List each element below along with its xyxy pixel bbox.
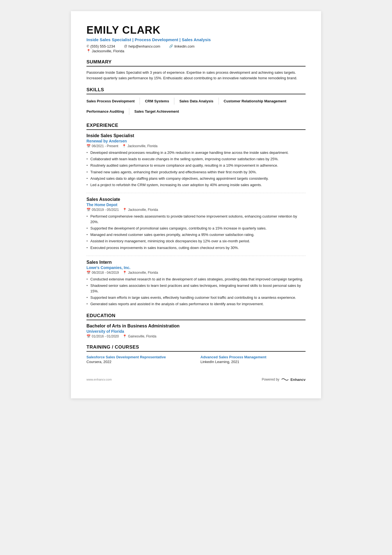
training-name-1: Salesforce Sales Development Representat…	[86, 355, 192, 359]
enhancv-logo-icon	[281, 377, 289, 382]
training-source-1: Coursera, 2022	[86, 360, 192, 364]
skill-perf-auditing: Performance Auditing	[86, 108, 129, 115]
list-item: Trained new sales agents, enhancing thei…	[86, 169, 306, 175]
job-1-title: Inside Sales Specialist	[86, 133, 306, 138]
calendar-icon-1: 📅	[86, 144, 91, 148]
resume-container: EMILY CLARK Inside Sales Specialist | Pr…	[71, 11, 321, 398]
candidate-name: EMILY CLARK	[86, 24, 306, 36]
skill-sales-process: Sales Process Development	[86, 98, 140, 105]
job-1-location: 📍 Jacksonville, Florida	[122, 144, 157, 148]
edu-date: 📅 01/2016 - 01/2020	[86, 334, 119, 338]
email-icon: @	[124, 44, 127, 48]
training-name-2: Advanced Sales Process Management	[200, 355, 306, 359]
powered-by-label: Powered by	[262, 378, 279, 381]
phone-contact: ✆ (555) 555-1234	[86, 44, 115, 48]
footer-website: www.enhancv.com	[86, 378, 112, 381]
email-contact: @ help@enhancv.com	[124, 44, 160, 48]
training-title: TRAINING / COURSES	[86, 344, 306, 352]
experience-section: EXPERIENCE Inside Sales Specialist Renew…	[86, 123, 306, 307]
job-2-date: 📅 05/2019 - 05/2021	[86, 208, 119, 212]
skill-crm-mgmt: Customer Relationship Management	[224, 98, 291, 105]
footer-branding: Powered by Enhancv	[262, 377, 306, 382]
list-item: Routinely audited sales performance to e…	[86, 163, 306, 168]
experience-title: EXPERIENCE	[86, 123, 306, 130]
training-source-2: LinkedIn Learning, 2021	[200, 360, 306, 364]
job-3-location: 📍 Jacksonville, Florida	[123, 271, 158, 275]
training-grid: Salesforce Sales Development Representat…	[86, 355, 306, 364]
job-1-bullets: Developed streamlined processes resultin…	[86, 150, 306, 188]
location-icon-1: 📍	[122, 144, 126, 148]
brand-name: Enhancv	[291, 378, 306, 382]
calendar-icon-2: 📅	[86, 208, 91, 212]
list-item: Collaborated with team leads to execute …	[86, 156, 306, 162]
skill-data-analysis: Sales Data Analysis	[179, 98, 219, 105]
job-2-bullets: Performed comprehensive needs assessment…	[86, 214, 306, 251]
logo-svg	[281, 377, 289, 382]
contact-row-1: ✆ (555) 555-1234 @ help@enhancv.com 🔗 li…	[86, 44, 306, 48]
calendar-icon-edu: 📅	[86, 334, 91, 338]
location-icon: 📍	[86, 49, 91, 53]
exp-divider-2	[86, 256, 306, 256]
school-name: University of Florida	[86, 329, 306, 334]
job-2-company: The Home Depot	[86, 203, 306, 207]
skills-row-2: Performance Auditing Sales Target Achiev…	[86, 108, 306, 117]
exp-divider-1	[86, 193, 306, 193]
job-1-meta: 📅 06/2021 - Present 📍 Jacksonville, Flor…	[86, 144, 306, 148]
edu-location: 📍 Gainesville, Florida	[123, 334, 156, 338]
skills-section: SKILLS Sales Process Development CRM Sys…	[86, 87, 306, 117]
job-3-meta: 📅 06/2018 - 04/2019 📍 Jacksonville, Flor…	[86, 271, 306, 275]
job-3-title: Sales Intern	[86, 260, 306, 265]
job-3: Sales Intern Lowe's Companies, Inc. 📅 06…	[86, 260, 306, 307]
job-3-date: 📅 06/2018 - 04/2019	[86, 271, 119, 275]
degree-title: Bachelor of Arts in Business Administrat…	[86, 324, 306, 329]
job-1: Inside Sales Specialist Renewal by Ander…	[86, 133, 306, 188]
link-icon: 🔗	[169, 44, 173, 48]
location-contact: 📍 Jacksonville, Florida	[86, 49, 124, 53]
list-item: Supported team efforts in large sales ev…	[86, 295, 306, 300]
skills-title: SKILLS	[86, 87, 306, 94]
list-item: Generated sales reports and assisted in …	[86, 301, 306, 307]
location-icon-2: 📍	[123, 208, 127, 212]
training-item-2: Advanced Sales Process Management Linked…	[200, 355, 306, 364]
page-footer: www.enhancv.com Powered by Enhancv	[86, 377, 306, 382]
skills-row-1: Sales Process Development CRM Systems Sa…	[86, 98, 306, 106]
candidate-title: Inside Sales Specialist | Process Develo…	[86, 37, 306, 42]
summary-text: Passionate Inside Sales Specialist with …	[86, 70, 306, 81]
training-section: TRAINING / COURSES Salesforce Sales Deve…	[86, 344, 306, 364]
skill-crm: CRM Systems	[145, 98, 174, 105]
linkedin-contact[interactable]: 🔗 linkedin.com	[169, 44, 194, 48]
calendar-icon-3: 📅	[86, 271, 91, 275]
education-section: EDUCATION Bachelor of Arts in Business A…	[86, 313, 306, 338]
list-item: Shadowed senior sales associates to lear…	[86, 283, 306, 294]
job-1-company: Renewal by Andersen	[86, 139, 306, 143]
location-icon-edu: 📍	[123, 334, 127, 338]
job-1-date: 📅 06/2021 - Present	[86, 144, 118, 148]
list-item: Led a project to refurbish the CRM syste…	[86, 182, 306, 188]
contact-row-2: 📍 Jacksonville, Florida	[86, 49, 306, 53]
summary-title: SUMMARY	[86, 59, 306, 66]
job-3-company: Lowe's Companies, Inc.	[86, 265, 306, 270]
header: EMILY CLARK Inside Sales Specialist | Pr…	[86, 24, 306, 53]
list-item: Performed comprehensive needs assessment…	[86, 214, 306, 225]
education-title: EDUCATION	[86, 313, 306, 320]
training-item-1: Salesforce Sales Development Representat…	[86, 355, 192, 364]
list-item: Analyzed sales data to align staffing pl…	[86, 176, 306, 181]
job-3-bullets: Conducted extensive market research to a…	[86, 277, 306, 307]
summary-section: SUMMARY Passionate Inside Sales Speciali…	[86, 59, 306, 81]
job-2-meta: 📅 05/2019 - 05/2021 📍 Jacksonville, Flor…	[86, 208, 306, 212]
location-icon-3: 📍	[123, 271, 127, 275]
job-2-location: 📍 Jacksonville, Florida	[123, 208, 158, 212]
job-2: Sales Associate The Home Depot 📅 05/2019…	[86, 197, 306, 251]
list-item: Developed streamlined processes resultin…	[86, 150, 306, 156]
list-item: Assisted in inventory management, minimi…	[86, 238, 306, 244]
edu-meta: 📅 01/2016 - 01/2020 📍 Gainesville, Flori…	[86, 334, 306, 338]
list-item: Supported the development of promotional…	[86, 226, 306, 231]
list-item: Managed and resolved customer sales quer…	[86, 232, 306, 238]
skill-target-achievement: Sales Target Achievement	[134, 108, 184, 115]
list-item: Executed process improvements in sales t…	[86, 245, 306, 251]
list-item: Conducted extensive market research to a…	[86, 277, 306, 282]
job-2-title: Sales Associate	[86, 197, 306, 202]
phone-icon: ✆	[86, 44, 89, 48]
